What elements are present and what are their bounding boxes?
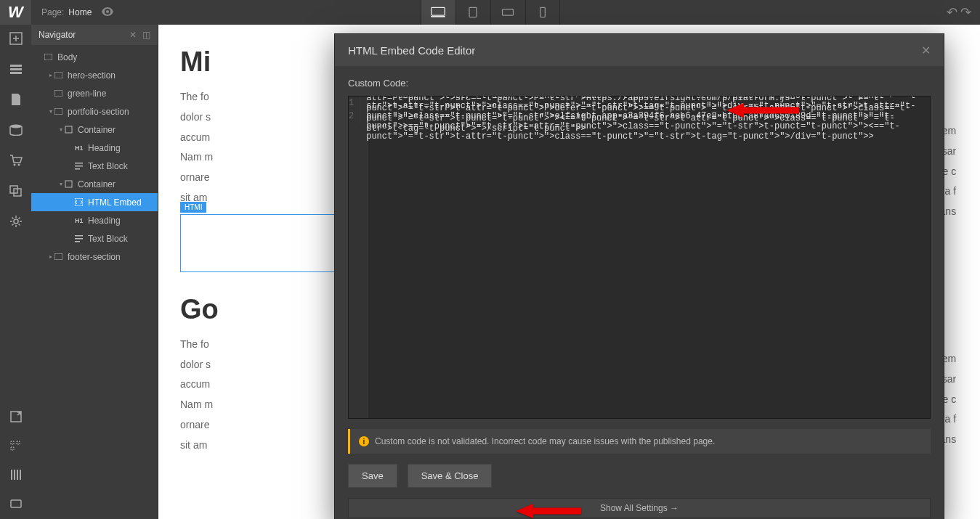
tree-item[interactable]: green-line [31, 84, 158, 102]
svg-rect-25 [75, 163, 83, 164]
svg-point-9 [10, 125, 22, 128]
modal-header: HTML Embed Code Editor ✕ [335, 34, 944, 66]
device-tablet-landscape[interactable] [490, 0, 525, 25]
svg-rect-18 [17, 441, 20, 444]
svg-rect-27 [75, 168, 80, 170]
svg-rect-4 [540, 7, 545, 17]
navigator-title: Navigator [39, 30, 76, 40]
redo-icon[interactable]: ↷ [960, 4, 971, 20]
tree-item[interactable]: ▾portfolio-section [31, 102, 158, 120]
add-element-icon[interactable] [8, 30, 24, 46]
export-icon[interactable] [8, 409, 24, 425]
save-button[interactable]: Save [348, 464, 397, 488]
device-mobile[interactable] [525, 0, 560, 25]
device-tablet[interactable] [455, 0, 490, 25]
modal-title: HTML Embed Code Editor [348, 44, 475, 57]
show-all-settings[interactable]: Show All Settings → [348, 498, 931, 518]
close-icon[interactable]: ✕ [921, 44, 931, 57]
svg-rect-23 [54, 108, 62, 115]
html-embed-modal: HTML Embed Code Editor ✕ Custom Code: 1=… [334, 33, 944, 519]
svg-rect-8 [10, 72, 22, 74]
svg-rect-7 [10, 68, 22, 70]
svg-rect-17 [11, 447, 14, 450]
topbar: W Page: Home ↶ ↷ [0, 0, 980, 25]
page-name[interactable]: Home [68, 7, 92, 17]
tree-item[interactable]: ▾Container [31, 175, 158, 193]
undo-icon[interactable]: ↶ [947, 4, 957, 20]
svg-rect-20 [44, 54, 52, 60]
navigator-tree: Body▸hero-sectiongreen-line▾portfolio-se… [31, 45, 158, 269]
audit-icon[interactable] [8, 438, 24, 454]
tree-item[interactable]: H1Heading [31, 211, 158, 229]
svg-rect-2 [469, 7, 477, 17]
svg-point-11 [17, 164, 20, 166]
save-close-button[interactable]: Save & Close [408, 464, 493, 488]
pages-icon[interactable] [8, 91, 24, 107]
custom-code-label: Custom Code: [335, 66, 944, 96]
svg-rect-31 [75, 238, 83, 240]
undo-redo-group: ↶ ↷ [947, 4, 971, 20]
page-prefix-label: Page: [41, 7, 64, 17]
tree-item[interactable]: HTML Embed [31, 193, 158, 211]
grid-icon[interactable] [8, 467, 24, 483]
tree-item[interactable]: Text Block [31, 157, 158, 175]
element-tag: HTMI [180, 202, 206, 213]
logo[interactable]: W [0, 0, 31, 25]
cms-icon[interactable] [8, 122, 24, 138]
navigator-header: Navigator ✕ ◫ [31, 25, 158, 45]
warning-icon: i [359, 436, 369, 446]
warning-bar: i Custom code is not validated. Incorrec… [348, 429, 931, 454]
tree-item[interactable]: H1Heading [31, 139, 158, 157]
svg-point-10 [13, 164, 15, 166]
preview-icon[interactable] [102, 7, 113, 18]
help-icon[interactable] [8, 496, 24, 512]
svg-rect-1 [431, 16, 445, 17]
tree-item[interactable]: ▸hero-section [31, 66, 158, 84]
tree-item[interactable]: Text Block [31, 229, 158, 248]
pin-icon[interactable]: ✕ [129, 30, 137, 40]
svg-rect-24 [65, 126, 72, 133]
tree-item[interactable]: ▸footer-section [31, 248, 158, 266]
navigator-panel: Navigator ✕ ◫ Body▸hero-sectiongreen-lin… [31, 25, 158, 519]
svg-rect-16 [11, 441, 14, 444]
left-rail [0, 25, 31, 519]
device-switcher [421, 0, 560, 25]
svg-rect-26 [75, 165, 83, 167]
symbols-icon[interactable] [8, 61, 24, 77]
svg-rect-32 [75, 241, 80, 242]
warning-text: Custom code is not validated. Incorrect … [375, 436, 715, 446]
code-editor[interactable]: 1=="t-punct">"="t-str">t-attr="t-punct">… [348, 96, 931, 419]
tree-item[interactable]: ▾Container [31, 120, 158, 139]
svg-rect-21 [54, 72, 62, 78]
settings-icon[interactable] [8, 213, 24, 229]
tree-item[interactable]: Body [31, 48, 158, 66]
svg-rect-0 [432, 7, 445, 15]
device-desktop[interactable] [421, 0, 455, 25]
svg-rect-19 [11, 500, 21, 507]
svg-rect-6 [10, 65, 22, 67]
collapse-icon[interactable]: ◫ [142, 30, 150, 40]
assets-icon[interactable] [8, 183, 24, 199]
ecommerce-icon[interactable] [8, 152, 24, 168]
svg-rect-30 [75, 235, 83, 237]
svg-rect-29 [75, 198, 83, 206]
svg-rect-33 [54, 253, 62, 260]
svg-point-14 [14, 219, 18, 224]
svg-rect-3 [503, 9, 514, 15]
svg-rect-28 [65, 181, 72, 187]
svg-rect-22 [54, 90, 62, 97]
